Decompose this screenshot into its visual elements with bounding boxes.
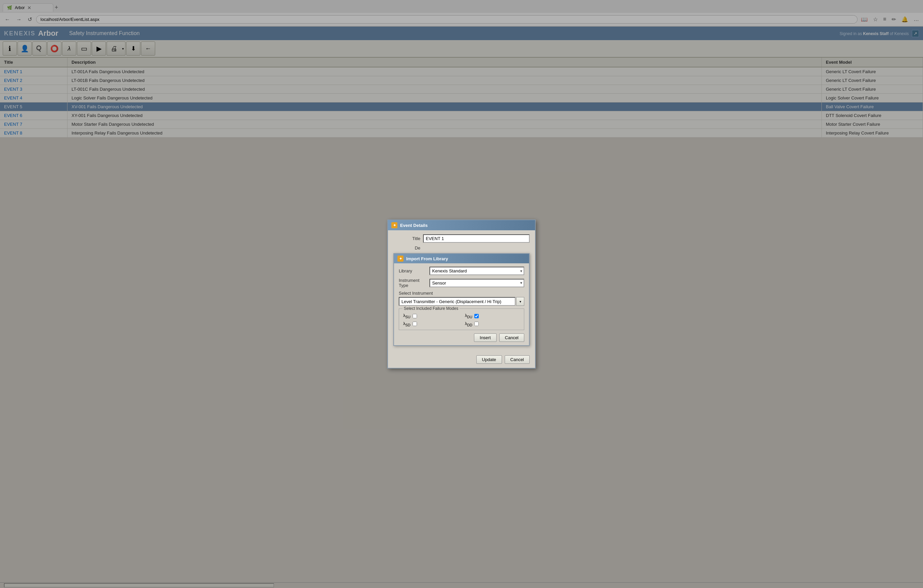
dialog-overlay: ✦ Event Details Title De ✦ Import From L…	[0, 0, 923, 138]
